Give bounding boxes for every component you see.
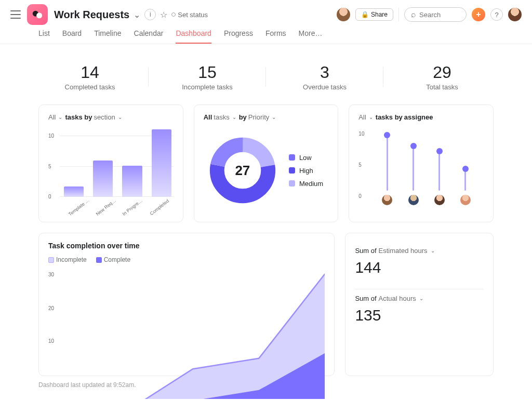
bar bbox=[122, 166, 142, 197]
stat-total[interactable]: 29 Total tasks bbox=[383, 63, 501, 91]
card-completion-over-time[interactable]: Task completion over time Incomplete Com… bbox=[38, 233, 335, 376]
search-box[interactable]: ⌕ bbox=[404, 7, 467, 22]
search-input[interactable] bbox=[419, 11, 461, 19]
search-icon: ⌕ bbox=[411, 10, 416, 19]
card-title: All⌄ tasks by assignee bbox=[358, 113, 484, 121]
chevron-down-icon[interactable]: ⌄ bbox=[58, 114, 62, 120]
stat-incomplete[interactable]: 15 Incomplete tasks bbox=[149, 63, 266, 91]
page-title: Work Requests bbox=[54, 9, 129, 21]
tab-list[interactable]: List bbox=[38, 29, 50, 44]
bar bbox=[93, 161, 113, 197]
cards-row-2: Task completion over time Incomplete Com… bbox=[0, 222, 532, 376]
legend-item-medium: Medium bbox=[289, 180, 323, 188]
chart-legend: Low High Medium bbox=[289, 154, 323, 188]
share-button[interactable]: 🔒 Share bbox=[355, 8, 393, 21]
card-title: All⌄ tasks by section⌄ bbox=[48, 113, 174, 121]
cards-row-1: All⌄ tasks by section⌄ 10 5 0 Template …… bbox=[0, 104, 532, 222]
svg-point-1 bbox=[36, 12, 42, 18]
assignee-avatar[interactable] bbox=[460, 195, 471, 205]
actual-hours-block: Sum of Actual hours ⌄ 135 bbox=[355, 289, 484, 337]
tab-more[interactable]: More… bbox=[299, 29, 323, 44]
legend-item-low: Low bbox=[289, 154, 323, 162]
lollipop-chart: 10 5 0 bbox=[358, 127, 484, 205]
assignee-avatar[interactable] bbox=[382, 195, 392, 205]
card-tasks-by-assignee[interactable]: All⌄ tasks by assignee 10 5 0 bbox=[349, 104, 494, 222]
chevron-down-icon[interactable]: ⌄ bbox=[118, 114, 122, 120]
card-title: All tasks⌄ by Priority⌄ bbox=[204, 113, 329, 121]
lollipop bbox=[464, 169, 466, 191]
legend-item-incomplete: Incomplete bbox=[48, 256, 87, 263]
tabs: List Board Timeline Calendar Dashboard P… bbox=[0, 25, 532, 44]
lollipop bbox=[438, 151, 440, 191]
donut-chart: 27 bbox=[209, 137, 276, 204]
info-icon[interactable]: i bbox=[144, 9, 156, 20]
set-status-button[interactable]: Set status bbox=[171, 11, 208, 19]
member-avatar[interactable] bbox=[337, 8, 350, 21]
user-avatar[interactable] bbox=[508, 8, 522, 21]
divider bbox=[398, 8, 399, 21]
stat-completed[interactable]: 14 Completed tasks bbox=[31, 63, 149, 91]
star-icon[interactable]: ☆ bbox=[160, 10, 167, 20]
stats-row: 14 Completed tasks 15 Incomplete tasks 3… bbox=[0, 44, 532, 104]
card-title: Task completion over time bbox=[48, 242, 325, 250]
legend-item-high: High bbox=[289, 167, 323, 175]
menu-icon[interactable] bbox=[10, 10, 21, 19]
assignee-avatar[interactable] bbox=[434, 195, 445, 205]
lollipop bbox=[413, 146, 414, 191]
chevron-down-icon[interactable]: ⌄ bbox=[134, 10, 140, 20]
chevron-down-icon[interactable]: ⌄ bbox=[431, 248, 435, 254]
bar bbox=[152, 129, 171, 197]
tab-board[interactable]: Board bbox=[62, 29, 82, 44]
chevron-down-icon[interactable]: ⌄ bbox=[369, 114, 373, 120]
actual-hours-value: 135 bbox=[355, 306, 484, 324]
estimated-hours-value: 144 bbox=[355, 259, 484, 276]
stat-overdue[interactable]: 3 Overdue tasks bbox=[266, 63, 383, 91]
card-hours-summary[interactable]: Sum of Estimated hours ⌄ 144 Sum of Actu… bbox=[345, 233, 494, 376]
chevron-down-icon[interactable]: ⌄ bbox=[419, 296, 423, 301]
assignee-avatar[interactable] bbox=[408, 195, 419, 205]
chevron-down-icon[interactable]: ⌄ bbox=[272, 114, 276, 120]
tab-dashboard[interactable]: Dashboard bbox=[176, 29, 211, 44]
tab-timeline[interactable]: Timeline bbox=[94, 29, 121, 44]
estimated-hours-block: Sum of Estimated hours ⌄ 144 bbox=[355, 242, 484, 289]
legend-item-complete: Complete bbox=[96, 256, 130, 263]
status-dot-icon bbox=[171, 12, 176, 17]
lollipop bbox=[387, 135, 388, 191]
tab-progress[interactable]: Progress bbox=[224, 29, 253, 44]
top-bar: Work Requests ⌄ i ☆ Set status 🔒 Share ⌕… bbox=[0, 0, 532, 25]
area-chart: 30 20 10 bbox=[48, 269, 325, 367]
tab-forms[interactable]: Forms bbox=[265, 29, 286, 44]
bar-chart: 10 5 0 Template … New Req… In Progre… Co… bbox=[48, 127, 174, 210]
chart-legend: Incomplete Complete bbox=[48, 256, 325, 263]
project-icon[interactable] bbox=[27, 4, 48, 25]
card-tasks-by-priority[interactable]: All tasks⌄ by Priority⌄ 27 Low High Medi… bbox=[194, 104, 339, 222]
help-icon[interactable]: ? bbox=[490, 8, 503, 21]
card-tasks-by-section[interactable]: All⌄ tasks by section⌄ 10 5 0 Template …… bbox=[38, 104, 183, 222]
donut-center-value: 27 bbox=[209, 137, 276, 204]
bar bbox=[64, 186, 84, 197]
lock-icon: 🔒 bbox=[361, 11, 369, 18]
chevron-down-icon[interactable]: ⌄ bbox=[232, 114, 236, 120]
add-button[interactable]: + bbox=[472, 8, 485, 21]
tab-calendar[interactable]: Calendar bbox=[134, 29, 164, 44]
